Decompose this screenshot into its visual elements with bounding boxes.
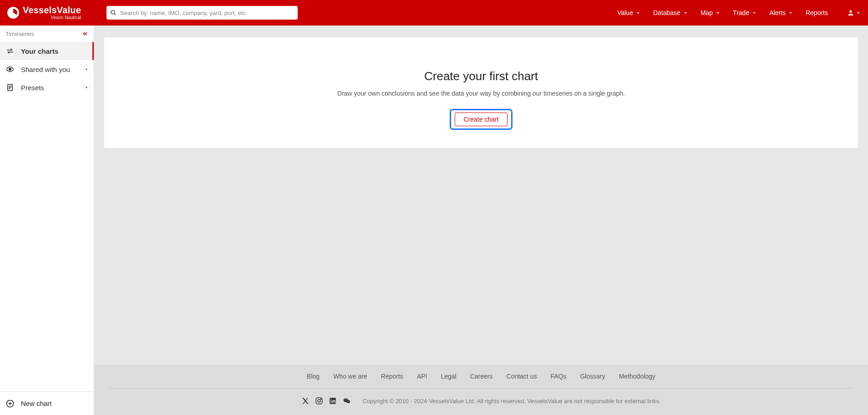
document-icon (5, 83, 15, 92)
eye-icon (5, 65, 15, 73)
nav-value-label: Value (617, 9, 633, 16)
footer-link-reports[interactable]: Reports (381, 373, 403, 380)
footer-link-api[interactable]: API (417, 373, 427, 380)
search-icon (110, 10, 117, 16)
footer-link-careers[interactable]: Careers (470, 373, 493, 380)
chevron-down-icon (788, 10, 793, 15)
app-body: Timeseries Your charts Shared with you (0, 26, 868, 415)
user-icon (847, 9, 854, 16)
svg-point-23 (348, 401, 348, 401)
sidebar-new-chart[interactable]: New chart (0, 391, 94, 415)
brand-subtitle: Veson Nautical (51, 15, 81, 20)
linkedin-icon[interactable] (329, 397, 337, 405)
nav-trade-label: Trade (733, 9, 749, 16)
nav-alerts[interactable]: Alerts (769, 9, 793, 16)
user-menu[interactable] (847, 9, 861, 16)
footer-link-glossary[interactable]: Glossary (580, 373, 605, 380)
content-scroll: Create your first chart Draw your own co… (94, 26, 868, 364)
primary-nav: Value Database Map Trade Alerts Reports (617, 9, 861, 16)
svg-rect-17 (331, 400, 332, 403)
global-search (107, 6, 298, 20)
svg-point-2 (849, 10, 852, 13)
footer-link-who[interactable]: Who we are (333, 373, 367, 380)
brand-logo[interactable]: VesselsValue Veson Nautical (7, 5, 81, 20)
svg-point-14 (318, 400, 320, 402)
svg-point-3 (9, 68, 11, 71)
sidebar-header: Timeseries (0, 26, 94, 42)
create-chart-button[interactable]: Create chart (455, 113, 507, 126)
svg-point-22 (346, 400, 347, 400)
brand-text: VesselsValue Veson Nautical (23, 5, 81, 20)
chevron-right-icon (85, 85, 88, 90)
svg-line-1 (114, 14, 116, 15)
footer-link-legal[interactable]: Legal (441, 373, 456, 380)
nav-reports-label: Reports (806, 9, 828, 16)
svg-point-24 (349, 401, 349, 401)
nav-alerts-label: Alerts (769, 9, 786, 16)
sidebar-new-chart-label: New chart (21, 400, 52, 407)
footer-bottom: Copyright © 2010 - 2024 VesselsValue Ltd… (301, 397, 660, 405)
empty-state-panel: Create your first chart Draw your own co… (104, 37, 858, 148)
nav-database-label: Database (653, 9, 680, 16)
footer-divider (109, 388, 853, 389)
footer-copyright: Copyright © 2010 - 2024 VesselsValue Ltd… (362, 398, 660, 405)
nav-map[interactable]: Map (700, 9, 720, 16)
sidebar-item-shared[interactable]: Shared with you (0, 60, 94, 78)
svg-point-18 (331, 399, 332, 400)
nav-trade[interactable]: Trade (733, 9, 756, 16)
footer-link-contact[interactable]: Contact us (507, 373, 537, 380)
chevron-right-icon (85, 67, 88, 72)
global-search-input[interactable] (107, 6, 298, 20)
app-header: VesselsValue Veson Nautical Value Databa… (0, 0, 868, 26)
sidebar-item-label: Presets (21, 84, 44, 92)
chevron-down-icon (636, 10, 640, 15)
nav-map-label: Map (700, 9, 713, 16)
svg-point-20 (346, 400, 350, 403)
sidebar-item-your-charts[interactable]: Your charts (0, 42, 94, 60)
chevron-down-icon (683, 10, 688, 15)
footer-link-methodology[interactable]: Methodology (619, 373, 655, 380)
tutorial-highlight: Create chart (450, 109, 512, 130)
sidebar-nav: Your charts Shared with you Presets (0, 42, 94, 391)
nav-database[interactable]: Database (653, 9, 688, 16)
chevron-down-icon (856, 10, 861, 15)
svg-marker-9 (86, 87, 87, 89)
sidebar: Timeseries Your charts Shared with you (0, 26, 94, 415)
nav-value[interactable]: Value (617, 9, 640, 16)
wechat-icon[interactable] (342, 397, 351, 405)
brand-name: VesselsValue (23, 5, 81, 15)
chevron-down-icon (716, 10, 720, 15)
instagram-icon[interactable] (315, 397, 323, 405)
main-area: Create your first chart Draw your own co… (94, 26, 868, 415)
svg-point-15 (321, 399, 322, 400)
footer-links: Blog Who we are Reports API Legal Career… (307, 373, 655, 380)
nav-reports[interactable]: Reports (806, 9, 828, 16)
sidebar-section-title: Timeseries (5, 31, 34, 37)
footer-social (301, 397, 351, 405)
brand-mark-icon (7, 7, 19, 19)
sidebar-item-presets[interactable]: Presets (0, 78, 94, 97)
svg-point-21 (345, 400, 346, 400)
swap-icon (5, 47, 15, 55)
svg-point-0 (111, 10, 115, 14)
sidebar-collapse-button[interactable] (82, 31, 88, 37)
plus-circle-icon (5, 399, 15, 408)
chevron-down-icon (752, 10, 756, 15)
page-footer: Blog Who we are Reports API Legal Career… (94, 364, 868, 415)
footer-link-faqs[interactable]: FAQs (550, 373, 566, 380)
x-twitter-icon[interactable] (301, 397, 310, 405)
svg-marker-4 (86, 68, 87, 71)
empty-state-subtitle: Draw your own conclusions and see the da… (337, 90, 625, 97)
sidebar-item-label: Shared with you (21, 66, 70, 73)
footer-link-blog[interactable]: Blog (307, 373, 320, 380)
sidebar-item-label: Your charts (21, 47, 58, 55)
empty-state-title: Create your first chart (424, 69, 538, 83)
